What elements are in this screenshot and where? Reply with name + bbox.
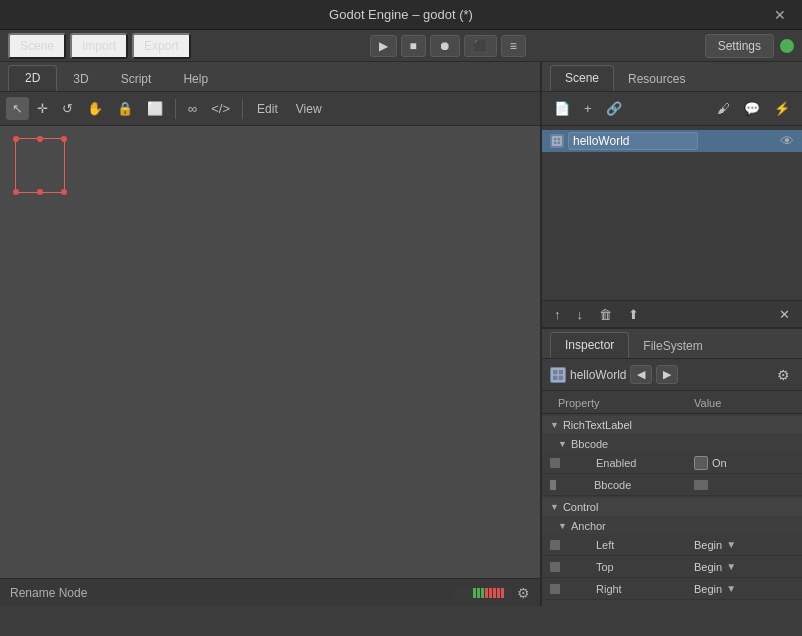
handle-bl[interactable] bbox=[13, 189, 19, 195]
inspector-node-icon bbox=[550, 367, 566, 383]
checkbox-enabled[interactable] bbox=[694, 456, 708, 470]
handle-tm[interactable] bbox=[37, 136, 43, 142]
row-bbcode: Bbcode bbox=[542, 474, 802, 496]
pan-tool[interactable]: ✋ bbox=[81, 97, 109, 120]
section-arrow: ▼ bbox=[550, 420, 559, 430]
seg6 bbox=[473, 588, 476, 598]
tab-filesystem[interactable]: FileSystem bbox=[629, 334, 716, 358]
brush-btn[interactable]: 🖌 bbox=[711, 97, 736, 120]
play-button[interactable]: ▶ bbox=[370, 35, 397, 57]
tab-scene[interactable]: Scene bbox=[550, 65, 614, 91]
seg9 bbox=[485, 588, 488, 598]
instance-btn[interactable]: 🔗 bbox=[600, 97, 628, 120]
view-menu[interactable]: View bbox=[288, 98, 330, 120]
bottom-bar: Rename Node ⚙ bbox=[0, 578, 540, 606]
val-enabled-text: On bbox=[712, 457, 727, 469]
seg11 bbox=[493, 588, 496, 598]
tab-3d[interactable]: 3D bbox=[57, 67, 104, 91]
handle-tl[interactable] bbox=[13, 136, 19, 142]
record-button[interactable]: ⏺ bbox=[430, 35, 460, 57]
prop-icon-enabled bbox=[550, 458, 560, 468]
editor-area: 2D 3D Script Help ↖ ✛ ↺ ✋ 🔒 ⬜ ∞ </> Edit… bbox=[0, 62, 542, 606]
subsection-label-anchor: Anchor bbox=[571, 520, 606, 532]
prop-icon-top bbox=[550, 562, 560, 572]
lock-tool[interactable]: 🔒 bbox=[111, 97, 139, 120]
export-node-btn[interactable]: ⬆ bbox=[622, 303, 645, 326]
section-richtextlabel[interactable]: ▼ RichTextLabel bbox=[542, 416, 802, 434]
rotate-tool[interactable]: ↺ bbox=[56, 97, 79, 120]
new-scene-btn[interactable]: 📄 bbox=[548, 97, 576, 120]
editor-toolbar: ↖ ✛ ↺ ✋ 🔒 ⬜ ∞ </> Edit View bbox=[0, 92, 540, 126]
prop-left: Left bbox=[564, 539, 694, 551]
scene-tree-bottom-toolbar: ↑ ↓ 🗑 ⬆ ✕ bbox=[542, 301, 802, 329]
prop-right: Right bbox=[564, 583, 694, 595]
nav-prev-btn[interactable]: ◀ bbox=[630, 365, 652, 384]
subsection-anchor[interactable]: ▼ Anchor bbox=[542, 518, 802, 534]
menu-bar: Scene Import Export ▶ ■ ⏺ ⬛ ≡ Settings bbox=[0, 30, 802, 62]
select-tool[interactable]: ↖ bbox=[6, 97, 29, 120]
subsection-bbcode[interactable]: ▼ Bbcode bbox=[542, 436, 802, 452]
copy-tool[interactable]: ⬜ bbox=[141, 97, 169, 120]
chat-btn[interactable]: 💬 bbox=[738, 97, 766, 120]
inspector-node-name: helloWorld bbox=[570, 368, 626, 382]
settings-button[interactable]: Settings bbox=[705, 34, 774, 58]
edit-menu[interactable]: Edit bbox=[249, 98, 286, 120]
code-tool[interactable]: </> bbox=[205, 97, 236, 120]
row-anchor-top: Top Begin ▼ bbox=[542, 556, 802, 578]
menu-import[interactable]: Import bbox=[70, 33, 128, 59]
step-button[interactable]: ⬛ bbox=[464, 35, 497, 57]
tree-item-helloWorld[interactable]: 👁 bbox=[542, 130, 802, 152]
tab-resources[interactable]: Resources bbox=[614, 67, 699, 91]
move-up-btn[interactable]: ↑ bbox=[548, 303, 567, 326]
mode-tabs: 2D 3D Script Help bbox=[0, 62, 540, 92]
seg15 bbox=[509, 588, 512, 598]
visibility-toggle[interactable]: 👁 bbox=[780, 133, 794, 149]
link-tool[interactable]: ∞ bbox=[182, 97, 203, 120]
val-left-text: Begin bbox=[694, 539, 722, 551]
dropdown-left[interactable]: ▼ bbox=[726, 539, 736, 550]
section-control[interactable]: ▼ Control bbox=[542, 498, 802, 516]
menu-export[interactable]: Export bbox=[132, 33, 191, 59]
menu-button[interactable]: ≡ bbox=[501, 35, 526, 57]
stop-button[interactable]: ■ bbox=[401, 35, 426, 57]
node-name-input[interactable] bbox=[568, 132, 698, 150]
nav-next-btn[interactable]: ▶ bbox=[656, 365, 678, 384]
prop-bbcode: Bbcode bbox=[562, 479, 694, 491]
seg3 bbox=[461, 588, 464, 598]
prop-top: Top bbox=[564, 561, 694, 573]
canvas[interactable] bbox=[0, 126, 540, 578]
val-top: Begin ▼ bbox=[694, 561, 794, 573]
close-button[interactable]: ✕ bbox=[768, 5, 792, 25]
tab-2d[interactable]: 2D bbox=[8, 65, 57, 91]
inspector-col-headers: Property Value bbox=[542, 395, 802, 414]
dropdown-top[interactable]: ▼ bbox=[726, 561, 736, 572]
tab-script[interactable]: Script bbox=[105, 67, 168, 91]
handle-br[interactable] bbox=[61, 189, 67, 195]
menu-right: Settings bbox=[705, 34, 794, 58]
delete-node-btn[interactable]: 🗑 bbox=[593, 303, 618, 326]
settings-icon[interactable]: ⚙ bbox=[517, 585, 530, 601]
move-down-btn[interactable]: ↓ bbox=[571, 303, 590, 326]
val-enabled: On bbox=[694, 456, 794, 470]
toolbar-separator bbox=[175, 99, 176, 119]
bolt-btn[interactable]: ⚡ bbox=[768, 97, 796, 120]
bbcode-icon bbox=[694, 480, 708, 490]
tab-inspector[interactable]: Inspector bbox=[550, 332, 629, 358]
add-node-btn[interactable]: + bbox=[578, 97, 598, 120]
move-tool[interactable]: ✛ bbox=[31, 97, 54, 120]
handle-bm[interactable] bbox=[37, 189, 43, 195]
col-value: Value bbox=[694, 397, 794, 409]
node-icon bbox=[550, 134, 564, 148]
row-anchor-left: Left Begin ▼ bbox=[542, 534, 802, 556]
prop-icon-right bbox=[550, 584, 560, 594]
inspector-settings-btn[interactable]: ⚙ bbox=[773, 365, 794, 385]
tab-help[interactable]: Help bbox=[167, 67, 224, 91]
dropdown-right[interactable]: ▼ bbox=[726, 583, 736, 594]
menu-scene[interactable]: Scene bbox=[8, 33, 66, 59]
status-indicator bbox=[780, 39, 794, 53]
rename-label: Rename Node bbox=[10, 586, 87, 600]
seg1 bbox=[453, 588, 456, 598]
scene-toolbar: 📄 + 🔗 🖌 💬 ⚡ bbox=[542, 92, 802, 126]
handle-tr[interactable] bbox=[61, 136, 67, 142]
close-panel-btn[interactable]: ✕ bbox=[773, 303, 796, 326]
